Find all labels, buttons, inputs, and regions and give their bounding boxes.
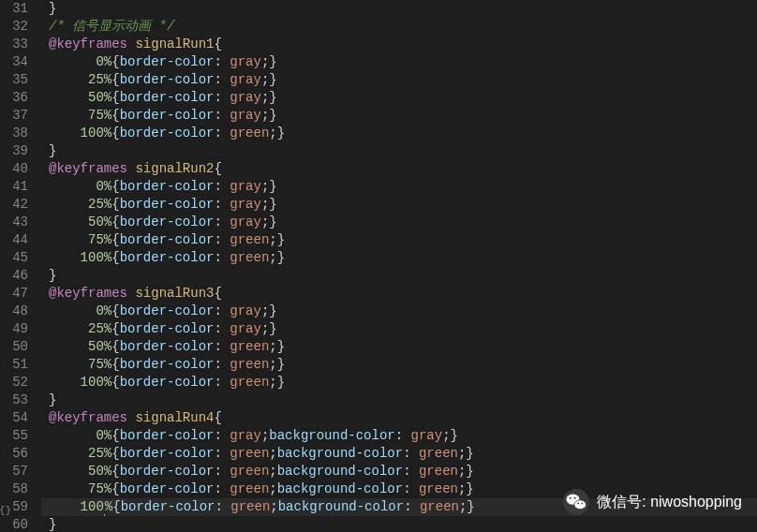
code-line[interactable]: 25%{border-color: green;background-color… xyxy=(41,445,757,463)
line-number: 50 xyxy=(0,338,28,356)
line-number: 32 xyxy=(0,18,28,36)
line-number: 46 xyxy=(0,267,28,285)
line-number: 41 xyxy=(0,178,28,196)
code-area[interactable]: }/* 信号显示动画 */@keyframes signalRun1{ 0%{b… xyxy=(41,0,757,532)
line-number: 53 xyxy=(0,392,28,409)
line-number: 38 xyxy=(0,125,28,142)
code-line[interactable]: } xyxy=(41,0,757,18)
code-line[interactable]: 100%{border-color: green;background-colo… xyxy=(41,498,757,516)
code-line[interactable]: } xyxy=(41,267,757,285)
line-number: 33 xyxy=(0,36,28,53)
line-number: 40 xyxy=(0,160,28,178)
line-number: 47 xyxy=(0,285,28,303)
line-number: 51 xyxy=(0,356,28,374)
line-number: 37 xyxy=(0,107,28,125)
line-number: 58 xyxy=(0,480,28,498)
code-line[interactable]: 0%{border-color: gray;} xyxy=(41,303,757,320)
code-line[interactable]: 25%{border-color: gray;} xyxy=(41,196,757,214)
code-line[interactable]: } xyxy=(41,142,757,160)
code-line[interactable]: 100%{border-color: green;} xyxy=(41,374,757,392)
code-editor[interactable]: 3132333435363738394041424344454647484950… xyxy=(0,0,757,532)
code-line[interactable]: 0%{border-color: gray;} xyxy=(41,53,757,71)
line-number: 34 xyxy=(0,53,28,71)
code-line[interactable]: @keyframes signalRun4{ xyxy=(41,409,757,427)
line-number-gutter: 3132333435363738394041424344454647484950… xyxy=(0,0,41,532)
line-number: 44 xyxy=(0,231,28,249)
code-line[interactable]: 75%{border-color: green;} xyxy=(41,231,757,249)
code-line[interactable]: /* 信号显示动画 */ xyxy=(41,18,757,36)
code-line[interactable]: 50%{border-color: green;background-color… xyxy=(41,463,757,480)
line-number: 39 xyxy=(0,142,28,160)
line-number: 43 xyxy=(0,214,28,231)
code-line[interactable]: 75%{border-color: gray;} xyxy=(41,107,757,125)
code-line[interactable]: @keyframes signalRun3{ xyxy=(41,285,757,303)
line-number: 42 xyxy=(0,196,28,214)
code-line[interactable]: 75%{border-color: green;} xyxy=(41,356,757,374)
code-line[interactable]: 50%{border-color: gray;} xyxy=(41,89,757,107)
code-line[interactable]: 50%{border-color: gray;} xyxy=(41,214,757,231)
code-line[interactable]: @keyframes signalRun2{ xyxy=(41,160,757,178)
line-number: 35 xyxy=(0,71,28,89)
fold-glyph-icon: {} xyxy=(0,502,11,520)
line-number: 56 xyxy=(0,445,28,463)
line-number: 31 xyxy=(0,0,28,18)
line-number: 54 xyxy=(0,409,28,427)
code-line[interactable]: 0%{border-color: gray;background-color: … xyxy=(41,427,757,445)
line-number: 36 xyxy=(0,89,28,107)
code-line[interactable]: 0%{border-color: gray;} xyxy=(41,178,757,196)
line-number: 52 xyxy=(0,374,28,392)
line-number: 55 xyxy=(0,427,28,445)
code-line[interactable]: 75%{border-color: green;background-color… xyxy=(41,480,757,498)
code-line[interactable]: 50%{border-color: green;} xyxy=(41,338,757,356)
code-line[interactable]: 25%{border-color: gray;} xyxy=(41,320,757,338)
code-line[interactable]: 25%{border-color: gray;} xyxy=(41,71,757,89)
code-line[interactable]: 100%{border-color: green;} xyxy=(41,249,757,267)
code-line[interactable]: } xyxy=(41,392,757,409)
line-number: 48 xyxy=(0,303,28,320)
code-line[interactable]: @keyframes signalRun1{ xyxy=(41,36,757,53)
line-number: 57 xyxy=(0,463,28,480)
code-line[interactable]: 100%{border-color: green;} xyxy=(41,125,757,142)
line-number: 49 xyxy=(0,320,28,338)
code-line[interactable]: } xyxy=(41,516,757,532)
line-number: 45 xyxy=(0,249,28,267)
